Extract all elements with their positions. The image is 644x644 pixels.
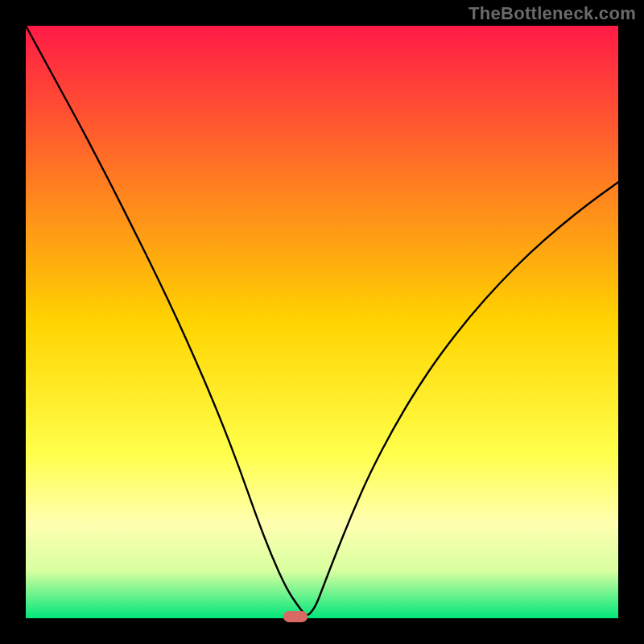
chart-svg — [26, 26, 618, 618]
optimum-marker — [283, 611, 308, 622]
gradient-rect — [26, 26, 618, 618]
plot-area — [26, 26, 618, 618]
watermark-text: TheBottleneck.com — [469, 3, 636, 24]
chart-frame: TheBottleneck.com — [0, 0, 644, 644]
